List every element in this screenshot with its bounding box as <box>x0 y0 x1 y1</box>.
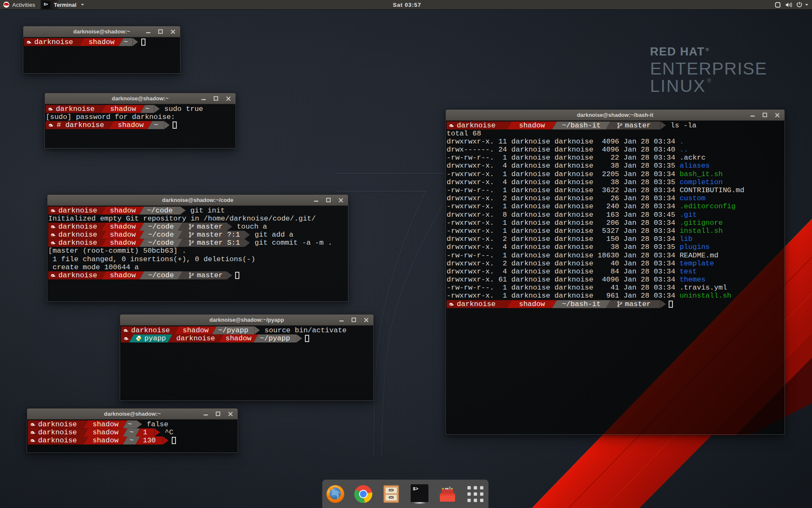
svg-text:$>: $> <box>44 3 48 7</box>
svg-text:$>: $> <box>413 486 419 491</box>
